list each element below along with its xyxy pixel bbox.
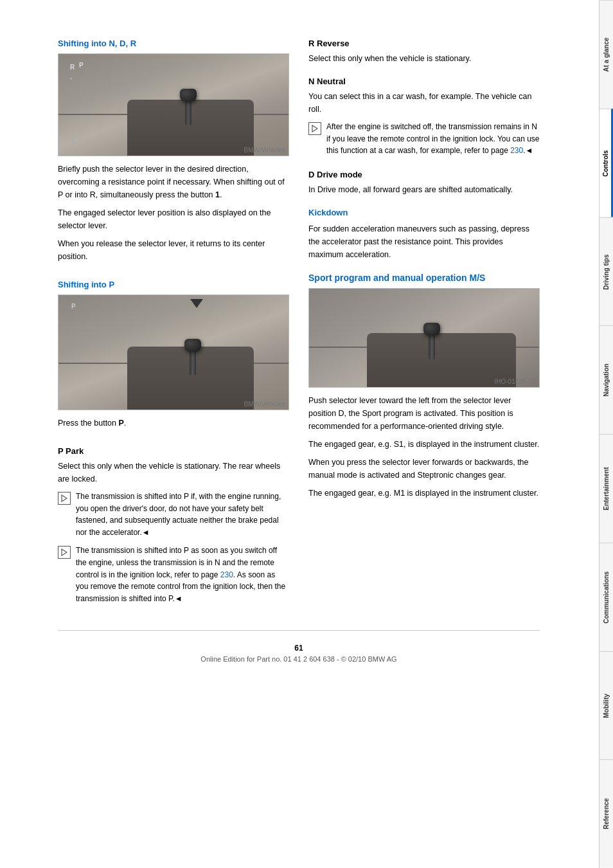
link-page-230-left[interactable]: 230 bbox=[220, 570, 233, 579]
sidebar-tabs: At a glance Controls Driving tips Naviga… bbox=[599, 0, 613, 868]
para-ndr-3: When you release the selector lever, it … bbox=[58, 237, 289, 263]
note-icon-2 bbox=[58, 546, 71, 559]
section-title-r-reverse: R Reverse bbox=[308, 39, 540, 48]
para-sport-4: The engaged gear, e.g. M1 is displayed i… bbox=[308, 487, 540, 500]
section-p-park: P Park Select this only when the vehicle… bbox=[58, 446, 289, 604]
para-ndr-2: The engaged selector lever position is a… bbox=[58, 206, 289, 232]
section-r-reverse: R Reverse Select this only when the vehi… bbox=[308, 39, 540, 65]
sidebar-tab-mobility[interactable]: Mobility bbox=[600, 651, 613, 760]
svg-marker-1 bbox=[62, 549, 67, 556]
section-title-d-drive: D Drive mode bbox=[308, 170, 540, 179]
section-shifting-p: Shifting into P P bbox=[58, 280, 289, 429]
para-r-reverse: Select this only when the vehicle is sta… bbox=[308, 52, 540, 65]
footer-text: Online Edition for Part no. 01 41 2 604 … bbox=[58, 655, 540, 663]
section-sport-program: Sport program and manual operation M/S ←… bbox=[308, 273, 540, 500]
note-icon-1 bbox=[58, 492, 71, 505]
para-sport-2: The engaged gear, e.g. S1, is displayed … bbox=[308, 438, 540, 451]
para-ndr-1: Briefly push the selector lever in the d… bbox=[58, 163, 289, 201]
sidebar-tab-driving-tips[interactable]: Driving tips bbox=[600, 217, 613, 326]
note-text-neutral: After the engine is switched off, the tr… bbox=[326, 121, 540, 157]
para-sport-1: Push selector lever toward the left from… bbox=[308, 394, 540, 433]
section-title-n-neutral: N Neutral bbox=[308, 77, 540, 86]
image-shifting-ndr: R · P 1 BMW/Vehicl bbox=[58, 53, 289, 156]
para-d-drive: In Drive mode, all forward gears are shi… bbox=[308, 183, 540, 196]
image-shifting-p: P BMW/Vehicles bbox=[58, 294, 289, 410]
sidebar-tab-controls[interactable]: Controls bbox=[600, 109, 613, 217]
note-box-1: The transmission is shifted into P if, w… bbox=[58, 491, 289, 538]
svg-marker-2 bbox=[312, 125, 317, 132]
sidebar-tab-entertainment[interactable]: Entertainment bbox=[600, 434, 613, 543]
note-icon-neutral bbox=[308, 122, 321, 135]
right-column: R Reverse Select this only when the vehi… bbox=[308, 39, 540, 611]
note-text-2: The transmission is shifted into P as so… bbox=[76, 545, 289, 604]
image-sport-program: ← IHO-0149P-06 bbox=[308, 288, 540, 388]
section-shifting-ndr: Shifting into N, D, R R · bbox=[58, 39, 289, 263]
sidebar-tab-navigation[interactable]: Navigation bbox=[600, 325, 613, 434]
para-sport-3: When you press the selector lever forwar… bbox=[308, 456, 540, 482]
link-page-230-neutral[interactable]: 230 bbox=[510, 146, 523, 155]
section-title-p-park: P Park bbox=[58, 446, 289, 456]
sidebar-tab-at-a-glance[interactable]: At a glance bbox=[600, 0, 613, 109]
left-column: Shifting into N, D, R R · bbox=[58, 39, 289, 611]
para-p-park: Select this only when the vehicle is sta… bbox=[58, 460, 289, 485]
page-footer: 61 Online Edition for Part no. 01 41 2 6… bbox=[58, 630, 540, 669]
note-box-neutral: After the engine is switched off, the tr… bbox=[308, 121, 540, 157]
sidebar-tab-communications[interactable]: Communications bbox=[600, 543, 613, 651]
section-d-drive: D Drive mode In Drive mode, all forward … bbox=[308, 170, 540, 196]
note-box-2: The transmission is shifted into P as so… bbox=[58, 545, 289, 604]
sidebar-tab-reference[interactable]: Reference bbox=[600, 759, 613, 868]
para-n-neutral: You can select this in a car wash, for e… bbox=[308, 90, 540, 116]
svg-marker-0 bbox=[62, 495, 67, 502]
section-title-kickdown: Kickdown bbox=[308, 208, 540, 217]
section-title-sport: Sport program and manual operation M/S bbox=[308, 273, 540, 283]
page-number: 61 bbox=[58, 644, 540, 653]
section-title-shifting-p: Shifting into P bbox=[58, 280, 289, 289]
section-n-neutral: N Neutral You can select this in a car w… bbox=[308, 77, 540, 157]
note-text-1: The transmission is shifted into P if, w… bbox=[76, 491, 289, 538]
section-kickdown: Kickdown For sudden acceleration maneuve… bbox=[308, 208, 540, 261]
para-kickdown: For sudden acceleration maneuvers such a… bbox=[308, 222, 540, 261]
para-shifting-p: Press the button P. bbox=[58, 417, 289, 429]
section-title-ndr: Shifting into N, D, R bbox=[58, 39, 289, 48]
